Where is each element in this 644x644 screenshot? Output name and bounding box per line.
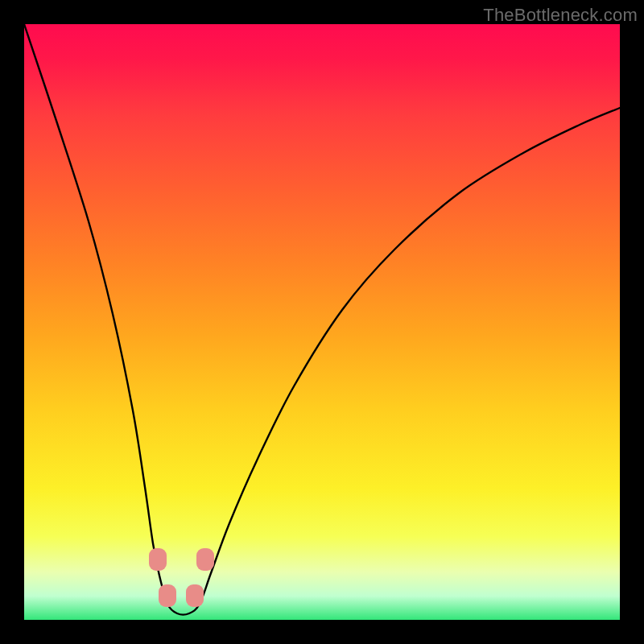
curve-marker [159,584,176,607]
curve-marker [149,548,167,571]
watermark-text: TheBottleneck.com [483,5,638,26]
plot-area [24,24,620,620]
curve-marker [186,584,204,607]
curve-marker [196,548,214,571]
curve-markers [24,24,620,620]
